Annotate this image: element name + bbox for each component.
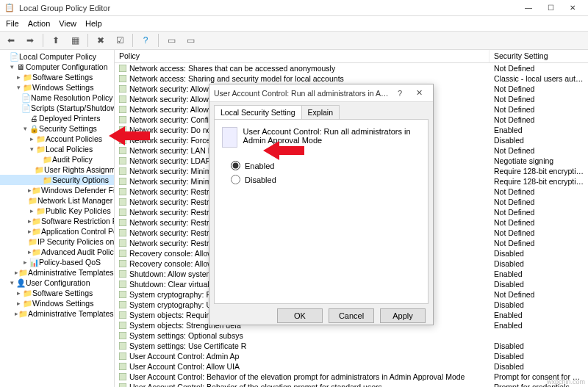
close-button[interactable]: ✕ bbox=[562, 0, 584, 16]
tree-item[interactable]: ▸📁Software Restriction Policies bbox=[0, 216, 114, 226]
tree-item[interactable]: ▸📁Administrative Templates bbox=[0, 308, 114, 319]
list-row[interactable]: System settings: Use Certificate RDisabl… bbox=[115, 341, 588, 351]
expand-icon[interactable]: ▸ bbox=[15, 73, 22, 81]
expand-icon[interactable]: ▸ bbox=[15, 289, 22, 297]
policy-setting: Not Defined bbox=[490, 64, 588, 73]
policy-setting: Require 128-bit encrypti… bbox=[490, 167, 588, 176]
max-button[interactable]: ☐ bbox=[539, 0, 562, 16]
folder-icon: 📄 bbox=[21, 93, 31, 103]
expand-icon[interactable]: ▸ bbox=[15, 300, 22, 307]
list-row[interactable]: System settings: Optional subsys bbox=[115, 330, 588, 341]
policy-item-icon bbox=[119, 281, 126, 288]
menu-file[interactable]: File bbox=[6, 19, 19, 28]
list-row[interactable]: User Account Control: Allow UIADisabled bbox=[115, 361, 588, 372]
delete-button[interactable]: ✖ bbox=[93, 33, 109, 48]
policy-item-icon bbox=[119, 301, 126, 308]
show-tree-button[interactable]: ▦ bbox=[67, 33, 83, 48]
expand-icon[interactable]: ▾ bbox=[28, 145, 35, 153]
tree-item[interactable]: 📁Security Options bbox=[0, 175, 114, 185]
list-row[interactable]: Network access: Sharing and security mod… bbox=[115, 73, 588, 84]
dialog-close-button[interactable]: ✕ bbox=[409, 88, 429, 98]
expand-icon[interactable]: ▾ bbox=[8, 279, 15, 286]
expand-icon[interactable]: ▾ bbox=[15, 84, 22, 91]
expand-icon[interactable]: ▾ bbox=[21, 125, 29, 132]
tree-item[interactable]: 📁Network List Manager Policies bbox=[0, 195, 114, 206]
policy-item-icon bbox=[119, 363, 126, 370]
tree-item[interactable]: ▾🖥Computer Configuration bbox=[0, 62, 114, 72]
tree-item[interactable]: 📄Name Resolution Policy bbox=[0, 93, 114, 103]
policy-setting: Disabled bbox=[490, 136, 588, 145]
view2-button[interactable]: ▭ bbox=[182, 33, 198, 48]
tree-item[interactable]: ▸📁Windows Defender Firewall wit… bbox=[0, 185, 114, 195]
tree-item[interactable]: ▾📁Windows Settings bbox=[0, 82, 114, 93]
tree-item[interactable]: 📄Scripts (Startup/Shutdown) bbox=[0, 103, 114, 113]
menu-action[interactable]: Action bbox=[28, 19, 51, 28]
list-row[interactable]: User Account Control: Behavior of the el… bbox=[115, 372, 588, 382]
col-header-setting[interactable]: Security Setting bbox=[490, 50, 588, 62]
up-button[interactable]: ⬆ bbox=[48, 33, 64, 48]
expand-icon[interactable]: ▾ bbox=[8, 63, 15, 70]
tree-item[interactable]: ▸📊Policy-based QoS bbox=[0, 257, 114, 267]
back-button[interactable]: ⬅ bbox=[3, 33, 19, 48]
tree-item[interactable]: ▸📁Software Settings bbox=[0, 72, 114, 82]
tree-item[interactable]: ▸📁Windows Settings bbox=[0, 298, 114, 308]
app-icon: 📋 bbox=[4, 3, 15, 13]
policy-setting: Not Defined bbox=[490, 218, 588, 227]
expand-icon[interactable]: ▸ bbox=[28, 135, 35, 142]
min-button[interactable]: — bbox=[517, 0, 539, 16]
list-row[interactable]: Network access: Shares that can be acces… bbox=[115, 63, 588, 73]
tree-item[interactable]: 📄Local Computer Policy bbox=[0, 51, 114, 62]
tree-item[interactable]: 📁IP Security Policies on Local C… bbox=[0, 236, 114, 247]
tree-item[interactable]: 📁Audit Policy bbox=[0, 154, 114, 164]
tab-local-security-setting[interactable]: Local Security Setting bbox=[214, 105, 302, 119]
expand-icon[interactable]: ▸ bbox=[21, 258, 29, 266]
tree-item[interactable]: ▸📁Public Key Policies bbox=[0, 206, 114, 216]
policy-item-icon bbox=[119, 270, 126, 278]
expand-icon[interactable]: ▸ bbox=[28, 207, 35, 214]
col-header-policy[interactable]: Policy bbox=[115, 50, 490, 62]
radio-disabled-input[interactable] bbox=[231, 175, 240, 184]
radio-enabled-input[interactable] bbox=[231, 161, 240, 170]
policy-item-icon bbox=[119, 332, 126, 339]
help-button[interactable]: ? bbox=[137, 33, 154, 48]
tree-item[interactable]: 🖨Deployed Printers bbox=[0, 113, 114, 123]
policy-item-icon bbox=[119, 65, 126, 72]
tree-item[interactable]: ▸📁Advanced Audit Policy Config… bbox=[0, 247, 114, 257]
tree-item[interactable]: ▾📁Local Policies bbox=[0, 144, 114, 154]
tree-pane[interactable]: 📄Local Computer Policy▾🖥Computer Configu… bbox=[0, 50, 115, 387]
svg-rect-31 bbox=[119, 383, 126, 387]
ok-button[interactable]: OK bbox=[277, 308, 323, 323]
tree-item-label: Deployed Printers bbox=[39, 114, 100, 123]
radio-disabled-label: Disabled bbox=[245, 176, 276, 184]
folder-icon: 📁 bbox=[22, 73, 32, 82]
tab-explain[interactable]: Explain bbox=[301, 105, 340, 119]
view1-button[interactable]: ▭ bbox=[163, 33, 179, 48]
tree-item[interactable]: 📁User Rights Assignment bbox=[0, 164, 114, 175]
tree-item[interactable]: ▸📁Administrative Templates bbox=[0, 267, 114, 278]
radio-disabled[interactable]: Disabled bbox=[231, 175, 420, 184]
tree-item[interactable]: ▸📁Application Control Policies bbox=[0, 226, 114, 236]
cancel-button[interactable]: Cancel bbox=[329, 308, 374, 323]
menu-view[interactable]: View bbox=[59, 19, 76, 28]
list-row[interactable]: User Account Control: Behavior of the el… bbox=[115, 382, 588, 387]
apply-button[interactable]: Apply bbox=[380, 308, 426, 323]
svg-rect-20 bbox=[119, 270, 126, 278]
radio-enabled[interactable]: Enabled bbox=[231, 161, 420, 170]
tree-item[interactable]: ▾🔒Security Settings bbox=[0, 123, 114, 134]
policy-setting: Disabled bbox=[490, 352, 588, 361]
forward-button[interactable]: ➡ bbox=[22, 33, 38, 48]
tree-item[interactable]: ▸📁Account Policies bbox=[0, 134, 114, 144]
policy-name: Network access: Shares that can be acces… bbox=[129, 64, 335, 73]
properties-dialog: User Account Control: Run all administra… bbox=[209, 84, 434, 325]
policy-item-icon bbox=[119, 137, 126, 144]
tree-item[interactable]: ▾👤User Configuration bbox=[0, 278, 114, 288]
properties-button[interactable]: ☑ bbox=[112, 33, 128, 48]
menubar: File Action View Help bbox=[0, 16, 588, 31]
dialog-help-button[interactable]: ? bbox=[390, 89, 409, 98]
folder-icon: 📁 bbox=[42, 155, 52, 164]
menu-help[interactable]: Help bbox=[85, 19, 102, 28]
folder-icon: 📁 bbox=[35, 206, 46, 216]
tree-item[interactable]: ▸📁Software Settings bbox=[0, 288, 114, 298]
policy-setting: Disabled bbox=[490, 259, 588, 268]
list-row[interactable]: User Account Control: Admin ApDisabled bbox=[115, 351, 588, 361]
